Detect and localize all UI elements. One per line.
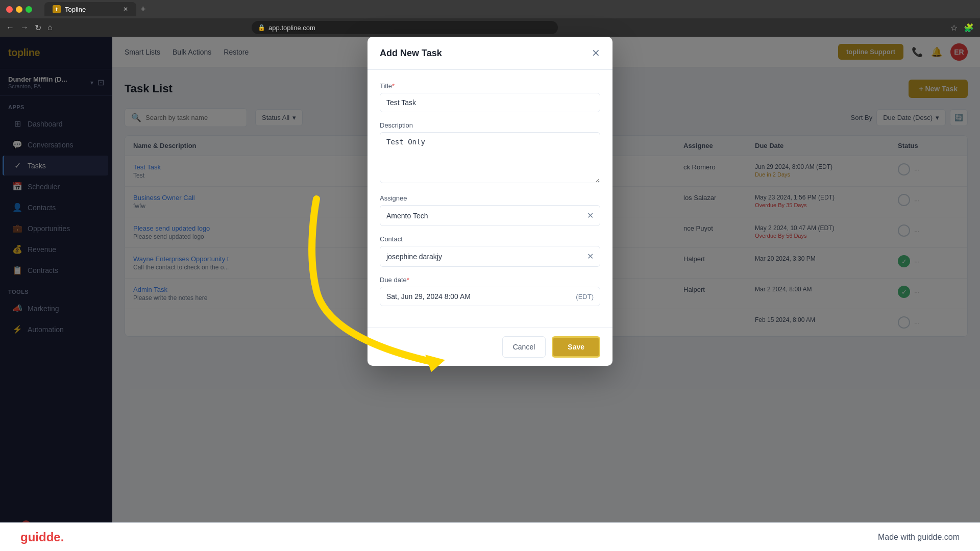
contact-clear-button[interactable]: ✕ — [587, 252, 594, 261]
description-label: Description — [380, 121, 600, 129]
browser-addressbar: ← → ↻ ⌂ 🔒 app.topline.com ☆ 🧩 — [0, 18, 980, 37]
contact-label: Contact — [380, 235, 600, 243]
contact-field-group: Contact ✕ — [380, 235, 600, 267]
traffic-lights — [6, 6, 32, 13]
tab-bar: t Topline ✕ + — [44, 2, 146, 16]
modal-footer: Cancel Save — [368, 328, 612, 366]
add-task-modal: Add New Task ✕ Title* Description Test O… — [368, 37, 612, 366]
due-date-input[interactable] — [386, 292, 572, 300]
browser-titlebar: t Topline ✕ + — [0, 0, 980, 18]
traffic-light-green[interactable] — [26, 6, 32, 13]
cancel-button[interactable]: Cancel — [502, 336, 546, 358]
browser-chrome: t Topline ✕ + ← → ↻ ⌂ 🔒 app.topline.com … — [0, 0, 980, 37]
assignee-input[interactable] — [386, 212, 587, 220]
due-date-required: * — [407, 276, 409, 284]
assignee-label: Assignee — [380, 194, 600, 202]
assignee-input-wrapper: ✕ — [380, 205, 600, 226]
assignee-field-group: Assignee ✕ — [380, 194, 600, 226]
title-field-group: Title* — [380, 82, 600, 112]
contact-input-wrapper: ✕ — [380, 246, 600, 267]
title-label: Title* — [380, 82, 600, 90]
url-text: app.topline.com — [268, 24, 315, 32]
modal-header: Add New Task ✕ — [368, 37, 612, 70]
guidde-logo: guidde. — [20, 530, 64, 544]
modal-body: Title* Description Test Only Assignee ✕ … — [368, 70, 612, 328]
timezone-label: (EDT) — [576, 293, 594, 300]
title-required: * — [392, 82, 395, 90]
address-bar[interactable]: 🔒 app.topline.com — [252, 21, 558, 34]
title-input[interactable] — [380, 93, 600, 112]
new-tab-button[interactable]: + — [140, 4, 146, 15]
forward-button[interactable]: → — [20, 23, 29, 32]
due-date-label: Due date* — [380, 276, 600, 284]
extensions-icon[interactable]: 🧩 — [964, 23, 974, 33]
traffic-light-yellow[interactable] — [16, 6, 22, 13]
guidde-tagline: Made with guidde.com — [878, 533, 960, 542]
description-field-group: Description Test Only — [380, 121, 600, 185]
traffic-light-red[interactable] — [6, 6, 13, 13]
modal-close-button[interactable]: ✕ — [592, 47, 600, 59]
bookmark-icon[interactable]: ☆ — [950, 23, 958, 33]
back-button[interactable]: ← — [6, 23, 14, 32]
description-input[interactable]: Test Only — [380, 132, 600, 183]
tab-close[interactable]: ✕ — [123, 6, 128, 13]
modal-title: Add New Task — [380, 48, 442, 59]
browser-actions: ☆ 🧩 — [950, 23, 974, 33]
browser-tab[interactable]: t Topline ✕ — [44, 2, 136, 16]
refresh-button[interactable]: ↻ — [35, 23, 41, 33]
due-date-input-wrapper[interactable]: (EDT) — [380, 287, 600, 306]
save-button[interactable]: Save — [552, 336, 600, 358]
guidde-footer: guidde. Made with guidde.com — [0, 522, 980, 551]
tab-title: Topline — [65, 6, 86, 13]
tab-favicon: t — [53, 5, 61, 13]
due-date-field-group: Due date* (EDT) — [380, 276, 600, 306]
assignee-clear-button[interactable]: ✕ — [587, 211, 594, 220]
lock-icon: 🔒 — [258, 24, 265, 31]
contact-input[interactable] — [386, 253, 587, 261]
home-button[interactable]: ⌂ — [47, 23, 53, 32]
